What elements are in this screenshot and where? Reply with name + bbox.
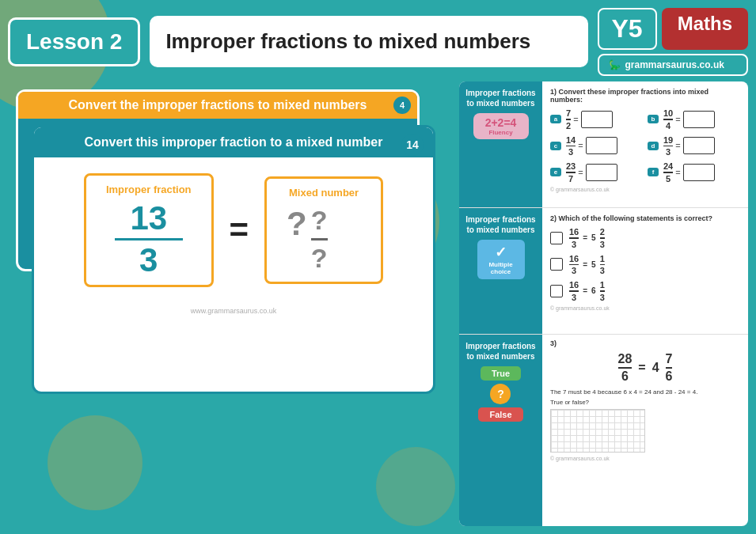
ws-frac-line <box>566 146 576 147</box>
ws-answer-box[interactable] <box>586 164 617 181</box>
slide-front: Convert this improper fraction to a mixe… <box>32 125 435 394</box>
big-fraction: 13 3 <box>106 202 192 277</box>
ws-frac: 10 4 <box>663 108 673 131</box>
list-item: b 10 4 = <box>648 108 740 131</box>
grid-answer-box[interactable] <box>550 409 645 453</box>
list-item: f 24 5 = <box>648 161 740 184</box>
ws-section3-title: Improper fractions to mixed numbers <box>465 341 535 362</box>
ws-frac: 163 <box>569 280 579 302</box>
ws-question1: 1) Convert these improper fractions into… <box>550 88 740 104</box>
ws-answer-box[interactable] <box>683 111 715 128</box>
mc-frac-eq: 163 = 6 13 <box>569 280 605 302</box>
ws-frac: 7 2 <box>566 108 571 131</box>
grammarsaurus-badge: 🦕 grammarsaurus.co.uk <box>598 54 748 76</box>
ws-section1-title: Improper fractions to mixed numbers <box>465 88 535 108</box>
ws-frac: 163 <box>569 254 579 276</box>
slide-front-content: Improper fraction 13 3 = Mixed number <box>34 157 433 303</box>
question-mixed: ? ? ? <box>287 205 361 274</box>
ws-answer-box[interactable] <box>581 111 613 128</box>
ws-answer-box[interactable] <box>586 137 617 154</box>
ws-section3-right: 3) 28 6 = 4 7 6 <box>542 335 748 526</box>
mc-badge: ✓ Multiple choice <box>477 240 525 279</box>
ws-fraction-display: 24 5 = <box>663 161 715 184</box>
ws-frac-line <box>569 264 579 266</box>
slide-back-header: Convert the improper fractions to mixed … <box>18 92 417 119</box>
mixed-number-box: Mixed number ? ? ? <box>264 176 383 284</box>
slide-footer: www.grammarsaurus.co.uk <box>34 303 433 319</box>
q-frac: ? ? <box>311 205 328 274</box>
mc-frac-eq: 163 = 5 13 <box>569 254 605 276</box>
big-fraction-line <box>115 238 183 240</box>
q-frac-line <box>311 238 328 240</box>
list-item: d 19 3 = <box>648 135 740 157</box>
tf-explanation: The 7 must be 4 because 6 x 4 = 24 and 2… <box>550 388 740 396</box>
mc-checkbox[interactable] <box>550 285 563 297</box>
ws-frac: 14 3 <box>566 135 576 157</box>
fraction-boxes-row: Improper fraction 13 3 = Mixed number <box>50 173 417 287</box>
mc-checkbox[interactable] <box>550 258 563 271</box>
fluency-label: Fluency <box>480 129 522 136</box>
checkmark-icon: ✓ <box>482 244 520 261</box>
ws-section3-left: Improper fractions to mixed numbers True… <box>459 335 542 526</box>
ws-question3: 3) <box>550 339 740 347</box>
ws-frac-line <box>663 146 673 147</box>
ws-frac: 13 <box>600 254 605 276</box>
subject-badge: Maths <box>662 8 748 50</box>
dino-icon: 🦕 <box>609 59 621 70</box>
ws-frac-line <box>666 367 673 369</box>
mixed-label: Mixed number <box>287 187 361 199</box>
improper-fraction-box: Improper fraction 13 3 <box>84 173 214 287</box>
false-button[interactable]: False <box>478 407 522 422</box>
list-item: a 7 2 = <box>550 108 643 131</box>
list-item: 163 = 5 13 <box>550 254 740 276</box>
ws-grammarsaurus2: © grammarsaurus.co.uk <box>550 305 740 311</box>
ws-fraction-display: 10 4 = <box>663 108 715 131</box>
slide-back-pagenum: 4 <box>393 97 411 114</box>
true-button[interactable]: True <box>481 366 521 381</box>
ws-frac-line <box>569 237 579 239</box>
ws-section2-right: 2) Which of the following statements is … <box>542 208 748 334</box>
page-title: Improper fractions to mixed numbers <box>165 29 530 54</box>
worksheet-section-1: Improper fractions to mixed numbers 2+2=… <box>459 81 748 208</box>
slide-front-header: Convert this improper fraction to a mixe… <box>34 127 433 157</box>
fluency-math: 2+2=4 <box>480 116 522 129</box>
list-item: 163 = 5 23 <box>550 227 740 249</box>
ws-section1-left: Improper fractions to mixed numbers 2+2=… <box>459 81 542 207</box>
slides-area: Convert the improper fractions to mixed … <box>8 81 451 526</box>
ws-frac-line <box>618 367 633 369</box>
ws-frac-line <box>566 172 576 173</box>
ws-fraction-display: 19 3 = <box>663 135 715 157</box>
top-right-area: Y5 Maths 🦕 grammarsaurus.co.uk <box>598 8 748 76</box>
ws-fraction-display: 14 3 = <box>566 135 617 157</box>
year-badge: Y5 <box>598 8 657 50</box>
mc-options: 163 = 5 23 <box>550 227 740 302</box>
ws-frac-line <box>600 264 605 266</box>
ws-section2-title: Improper fractions to mixed numbers <box>465 214 535 235</box>
list-item: 163 = 6 13 <box>550 280 740 302</box>
ws-section1-right: 1) Convert these improper fractions into… <box>542 81 748 207</box>
slide-front-pagenum: 14 <box>401 134 424 156</box>
ws-answer-box[interactable] <box>683 137 715 154</box>
worksheet-section-2: Improper fractions to mixed numbers ✓ Mu… <box>459 208 748 335</box>
ws-question2: 2) Which of the following statements is … <box>550 214 740 222</box>
mc-frac-eq: 163 = 5 23 <box>569 227 605 249</box>
list-item: e 23 7 = <box>550 161 643 184</box>
improper-label: Improper fraction <box>106 184 192 195</box>
ws-fraction-display: 7 2 = <box>566 108 613 131</box>
ws-grammarsaurus3: © grammarsaurus.co.uk <box>550 456 740 461</box>
ws-grammarsaurus1: © grammarsaurus.co.uk <box>550 187 740 192</box>
ws-frac-line <box>600 237 605 239</box>
ws-section2-left: Improper fractions to mixed numbers ✓ Mu… <box>459 208 542 334</box>
ws-frac-line <box>663 172 673 173</box>
fluency-badge: 2+2=4 Fluency <box>473 113 529 139</box>
ws-frac-big: 28 6 <box>618 352 633 384</box>
ws-answer-box[interactable] <box>683 164 715 181</box>
ws-frac: 23 7 <box>566 161 576 184</box>
title-box: Improper fractions to mixed numbers <box>150 16 587 67</box>
ws-frac: 163 <box>569 227 579 249</box>
ws-fractions-grid: a 7 2 = <box>550 108 740 184</box>
ws-frac: 23 <box>600 227 605 249</box>
mc-checkbox[interactable] <box>550 232 563 244</box>
ws-frac: 24 5 <box>663 161 673 184</box>
ws-frac-line <box>566 119 571 120</box>
